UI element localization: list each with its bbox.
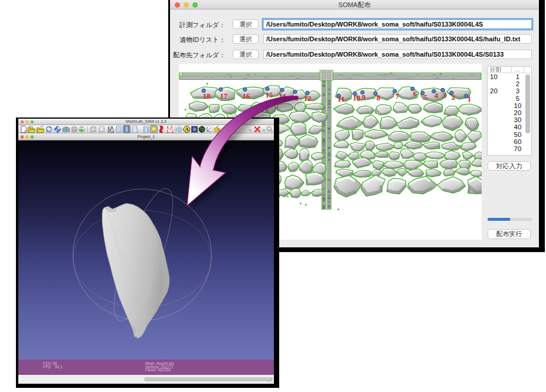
svg-text:10: 10: [353, 93, 361, 102]
svg-text:9: 9: [362, 92, 366, 101]
svg-text:8: 8: [377, 93, 381, 102]
svg-text:11: 11: [338, 94, 345, 103]
svg-text:4: 4: [434, 90, 439, 99]
svg-text:6: 6: [413, 89, 417, 97]
svg-text:2: 2: [452, 92, 456, 101]
svg-text:1: 1: [467, 94, 472, 103]
svg-text:3: 3: [443, 90, 447, 99]
svg-text:7: 7: [395, 91, 400, 100]
svg-text:5: 5: [424, 92, 428, 101]
